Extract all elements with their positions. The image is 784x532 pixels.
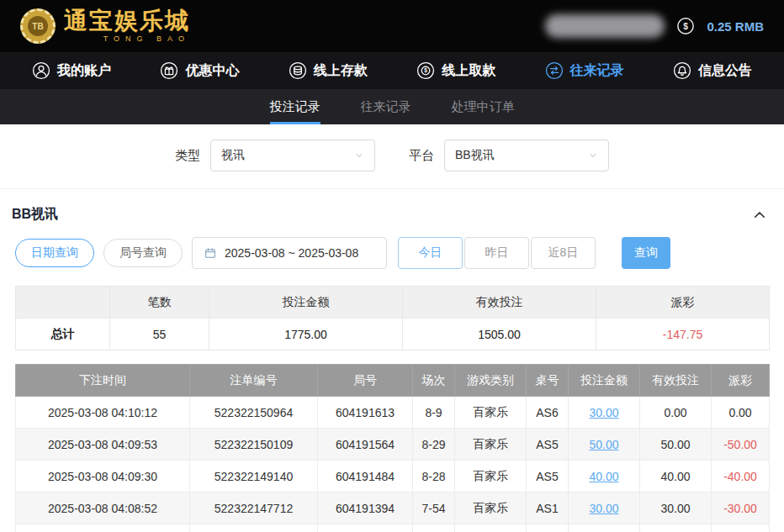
nav-label: 线上取款	[442, 62, 495, 80]
header-table-number: 桌号	[527, 365, 569, 397]
nav-item-announcements[interactable]: 信息公告	[673, 61, 752, 80]
summary-valid-bet: 1505.00	[403, 319, 596, 350]
nav-item-withdraw[interactable]: $ 线上取款	[416, 61, 495, 80]
bell-icon	[673, 61, 691, 80]
header-payout: 派彩	[712, 365, 770, 397]
chevron-down-icon	[354, 150, 364, 161]
cell-game: 百家乐	[455, 397, 527, 429]
cell-table_no: AS1	[527, 492, 569, 524]
svg-text:$: $	[424, 67, 427, 74]
cell-bet: 40.00	[569, 461, 640, 492]
cell-bet: 30.00	[569, 492, 640, 524]
cell-valid: 40.00	[640, 461, 712, 492]
header-round-number: 局号	[318, 365, 413, 397]
cell-session: 8-28	[413, 461, 455, 492]
site-subtitle: TONG BAO	[64, 34, 190, 43]
cell-time: 2025-03-08 04:09:30	[16, 461, 190, 492]
tab-bet-records[interactable]: 投注记录	[270, 89, 320, 124]
svg-text:$: $	[684, 22, 689, 31]
coin-stack-icon	[289, 61, 307, 80]
cell-time: 2025-03-08 04:09:53	[16, 429, 190, 461]
nav-item-records[interactable]: 往来记录	[545, 61, 624, 80]
bet-amount-link[interactable]: 30.00	[589, 502, 618, 515]
cell-table_no: AS6	[527, 397, 569, 429]
nav-item-promotions[interactable]: 优惠中心	[160, 61, 239, 80]
cell-order: 522322149140	[190, 461, 318, 492]
cell-valid: 30.00	[640, 492, 712, 524]
cell-order: 522322150964	[190, 397, 318, 429]
cell-bet: 30.00	[569, 524, 640, 532]
yesterday-button[interactable]: 昨日	[464, 237, 529, 269]
bet-amount-link[interactable]: 30.00	[589, 406, 618, 419]
summary-header-row: 笔数 投注金额 有效投注 派彩	[16, 287, 770, 319]
bet-records-table: 下注时间 注单编号 局号 场次 游戏类别 桌号 投注金额 有效投注 派彩 202…	[15, 364, 770, 532]
site-logo: TB 通宝娱乐城 TONG BAO	[20, 8, 190, 44]
query-row: 日期查询 局号查询 2025-03-08 ~ 2025-03-08 今日 昨日 …	[0, 235, 784, 286]
type-label: 类型	[175, 148, 200, 164]
bet-table-body: 2025-03-08 04:10:12522322150964604191613…	[16, 397, 770, 532]
summary-header-bet-amount: 投注金额	[209, 287, 403, 319]
logo-chip-icon: TB	[20, 8, 56, 44]
bet-amount-link[interactable]: 40.00	[589, 470, 618, 483]
cell-payout: -40.00	[712, 461, 770, 492]
calendar-icon	[204, 246, 217, 260]
last8days-button[interactable]: 近8日	[531, 237, 596, 269]
round-query-button[interactable]: 局号查询	[103, 239, 183, 267]
table-row: 2025-03-08 04:09:30522322149140604191484…	[16, 461, 770, 492]
summary-header-payout: 派彩	[596, 287, 770, 319]
cell-table_no: AS5	[527, 524, 569, 532]
nav-item-deposit[interactable]: 线上存款	[289, 61, 368, 80]
nav-item-my-account[interactable]: 我的账户	[32, 61, 111, 80]
cell-order: 522322150109	[190, 429, 318, 461]
cell-table_no: AS5	[527, 429, 569, 461]
type-select[interactable]: 视讯	[210, 140, 375, 171]
summary-bet-amount: 1775.00	[209, 319, 403, 350]
cell-time: 2025-03-08 04:08:24	[16, 524, 190, 532]
cell-game: 百家乐	[455, 492, 527, 524]
cell-valid: 50.00	[640, 429, 712, 461]
cell-game: 百家乐	[455, 461, 527, 492]
summary-count: 55	[110, 319, 209, 350]
cell-round: 604191307	[318, 524, 413, 532]
transfer-icon	[545, 61, 564, 80]
header-game-type: 游戏类别	[455, 365, 527, 397]
cell-round: 604191394	[318, 492, 413, 524]
tab-transaction-records[interactable]: 往来记录	[361, 89, 411, 124]
cell-round: 604191564	[318, 429, 413, 461]
cell-payout: -50.00	[712, 429, 770, 461]
sub-nav: 投注记录 往来记录 处理中订单	[0, 89, 784, 124]
date-range-input[interactable]: 2025-03-08 ~ 2025-03-08	[192, 237, 387, 269]
balance-amount: 0.25 RMB	[707, 19, 764, 34]
summary-table: 笔数 投注金额 有效投注 派彩 总计 55 1775.00 1505.00 -1…	[15, 286, 770, 350]
cell-game: 百家乐	[455, 524, 527, 532]
bet-amount-link[interactable]: 50.00	[589, 438, 618, 451]
platform-select[interactable]: BB视讯	[444, 140, 609, 171]
site-title: 通宝娱乐城	[64, 9, 190, 33]
dollar-coin-icon: $	[676, 17, 695, 35]
cell-valid: 0.00	[640, 397, 712, 429]
cell-game: 百家乐	[455, 429, 527, 461]
gift-icon	[160, 61, 178, 80]
date-range-value: 2025-03-08 ~ 2025-03-08	[225, 246, 358, 260]
tab-processing-orders[interactable]: 处理中订单	[452, 89, 515, 124]
table-row: 2025-03-08 04:08:52522322147712604191394…	[16, 492, 770, 524]
header-session: 场次	[413, 365, 455, 397]
nav-label: 我的账户	[57, 62, 111, 80]
chevron-up-icon[interactable]	[752, 208, 767, 223]
section-head: BB视讯	[0, 189, 784, 235]
section-title: BB视讯	[12, 206, 58, 224]
cell-session: 8-29	[413, 429, 455, 461]
filter-row: 类型 视讯 平台 BB视讯	[0, 124, 784, 189]
table-row: 2025-03-08 04:09:53522322150109604191564…	[16, 429, 770, 461]
today-button[interactable]: 今日	[398, 237, 463, 269]
summary-payout: -147.75	[596, 319, 770, 350]
header-valid-bet: 有效投注	[640, 365, 712, 397]
masked-username	[545, 14, 665, 38]
cell-payout: 28.50	[712, 524, 770, 532]
cell-round: 604191484	[318, 461, 413, 492]
cell-session: 8-9	[413, 397, 455, 429]
search-button[interactable]: 查询	[622, 237, 670, 269]
date-query-button[interactable]: 日期查询	[15, 239, 94, 267]
cell-time: 2025-03-08 04:08:52	[16, 492, 190, 524]
header-bet-time: 下注时间	[16, 365, 190, 397]
